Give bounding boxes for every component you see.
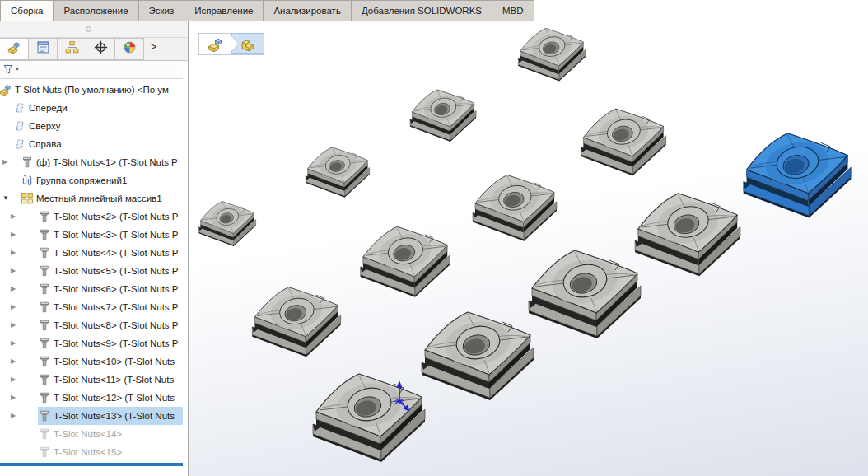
assembly-breadcrumb[interactable] — [199, 34, 232, 54]
tree-item-label: T-Slot Nuts<6> (T-Slot Nuts P — [54, 284, 178, 294]
tree-item-label: T-Slot Nuts<4> (T-Slot Nuts P — [54, 248, 178, 258]
propertymanager-tab[interactable] — [29, 38, 58, 60]
expand-arrow-icon[interactable]: ▶ — [11, 376, 16, 383]
ribbon-tab-сборка[interactable]: Сборка — [0, 0, 54, 21]
tree-item-label: T-Slot Nuts<11> (T-Slot Nuts — [54, 375, 174, 385]
expand-arrow-icon[interactable]: ▶ — [11, 303, 16, 310]
ribbon-tab-исправление[interactable]: Исправление — [184, 0, 264, 21]
tree-item-t-slot[interactable]: T-Slot Nuts<15> — [0, 443, 188, 461]
expand-arrow-icon[interactable]: ▶ — [11, 285, 16, 292]
tree-item-label: T-Slot Nuts<3> (T-Slot Nuts P — [54, 230, 178, 240]
tree-item-спереди[interactable]: Спереди — [0, 99, 188, 117]
featuremanager-panel: > ▾ T-Slot Nuts (По умолчанию) <По умСпе… — [0, 38, 188, 476]
dimxpertmanager-tab[interactable] — [86, 38, 115, 60]
tree-item-t-slot[interactable]: ▶T-Slot Nuts<4> (T-Slot Nuts P — [0, 244, 188, 262]
chevron-down-icon[interactable]: ▾ — [16, 65, 19, 72]
ribbon-tab-mbd[interactable]: MBD — [492, 0, 534, 21]
screw-icon — [38, 319, 54, 332]
expand-arrow-icon[interactable]: ▶ — [11, 267, 16, 274]
tree-item-label: T-Slot Nuts<15> — [54, 447, 122, 457]
tree-item-t-slot[interactable]: ▶T-Slot Nuts<10> (T-Slot Nuts — [0, 352, 188, 371]
tree-item-группа[interactable]: Группа сопряжений1 — [0, 171, 188, 189]
selection-breadcrumb — [198, 33, 264, 55]
tree-item-местный[interactable]: ▼Местный линейный массив1 — [0, 189, 188, 208]
plane-icon — [13, 138, 29, 151]
expand-arrow-icon[interactable]: ▶ — [11, 357, 16, 365]
tree-item-t-slot[interactable]: ▶T-Slot Nuts<6> (T-Slot Nuts P — [0, 280, 188, 298]
model-tslot-nut[interactable] — [529, 250, 641, 338]
screw-icon — [38, 210, 54, 223]
tree-item-t-slot[interactable]: ▶T-Slot Nuts<7> (T-Slot Nuts P — [0, 298, 188, 316]
dimxpert-icon — [94, 40, 108, 58]
tree-item-t-slot[interactable]: ▶T-Slot Nuts<12> (T-Slot Nuts — [0, 389, 188, 407]
ribbon-tab-эскиз[interactable]: Эскиз — [139, 0, 185, 21]
model-tslot-nut[interactable] — [635, 194, 740, 277]
tree-item-label: T-Slot Nuts<5> (T-Slot Nuts P — [54, 266, 178, 276]
model-tslot-nut[interactable] — [581, 109, 665, 175]
screw-icon — [38, 355, 54, 368]
expand-arrow-icon[interactable]: ▶ — [11, 249, 16, 256]
model-tslot-nut[interactable] — [361, 226, 450, 297]
expand-arrow-icon[interactable]: ▶ — [11, 321, 16, 329]
screw-icon — [38, 373, 54, 386]
featuremanager-tab[interactable] — [0, 38, 29, 60]
model-tslot-nut[interactable] — [313, 374, 425, 462]
tree-item-label: Местный линейный массив1 — [36, 194, 162, 203]
ribbon-tab-анализировать[interactable]: Анализировать — [264, 0, 351, 21]
tree-item-t-slot[interactable]: ▶T-Slot Nuts<3> (T-Slot Nuts P — [0, 226, 188, 244]
screw-icon — [38, 337, 54, 350]
pattern-icon — [21, 192, 36, 205]
screw-icon — [38, 246, 54, 259]
tree-item-t-slot[interactable]: ▶T-Slot Nuts<9> (T-Slot Nuts P — [0, 334, 188, 352]
model-tslot-nut[interactable] — [422, 312, 534, 400]
screw-icon — [38, 409, 54, 422]
model-tslot-nut[interactable] — [252, 287, 340, 357]
model-tslot-nut[interactable] — [410, 90, 476, 142]
screw-icon — [21, 156, 36, 169]
panel-tabs-overflow-button[interactable]: > — [151, 41, 156, 53]
displaymanager-tab[interactable] — [115, 38, 144, 60]
tree-item-t-slot[interactable]: ▶T-Slot Nuts<2> (T-Slot Nuts P — [0, 208, 188, 226]
tree-item-t-slot[interactable]: ▶T-Slot Nuts<11> (T-Slot Nuts — [0, 371, 188, 389]
tree-item-справа[interactable]: Справа — [0, 135, 188, 153]
rollback-bar[interactable] — [0, 463, 183, 466]
expand-arrow-icon[interactable]: ▶ — [11, 339, 16, 347]
plane-icon — [13, 101, 29, 114]
splitter-handle-dot[interactable] — [86, 26, 91, 32]
assembly-icon — [208, 36, 224, 53]
tree-item-t-slot[interactable]: T-Slot Nuts (По умолчанию) <По ум — [0, 81, 188, 99]
expand-arrow-icon[interactable]: ▶ — [11, 412, 16, 419]
screw-icon — [38, 282, 54, 296]
configurationmanager-tab[interactable] — [58, 38, 86, 60]
ribbon-tab-расположение[interactable]: Расположение — [54, 0, 138, 21]
tree-item-сверху[interactable]: Сверху — [0, 117, 188, 135]
screw-icon — [38, 427, 54, 441]
collapse-arrow-icon[interactable]: ▼ — [2, 194, 9, 202]
ribbon-tab-добавления-solidworks[interactable]: Добавления SOLIDWORKS — [352, 0, 492, 21]
tree-item-label: T-Slot Nuts<7> (T-Slot Nuts P — [54, 302, 178, 312]
model-tslot-nut[interactable] — [306, 147, 370, 198]
tree-item-ф[interactable]: ▶(ф) T-Slot Nuts<1> (T-Slot Nuts P — [0, 153, 188, 171]
tree-item-label: T-Slot Nuts<2> (T-Slot Nuts P — [54, 212, 178, 222]
model-tslot-nut[interactable] — [518, 28, 586, 81]
expand-arrow-icon[interactable]: ▶ — [11, 231, 16, 238]
screw-icon — [38, 228, 54, 241]
expand-arrow-icon[interactable]: ▶ — [2, 158, 7, 166]
graphics-viewport[interactable] — [189, 21, 868, 476]
model-tslot-nut[interactable] — [473, 175, 557, 241]
model-scene — [189, 21, 868, 476]
tree-item-t-slot[interactable]: ▶T-Slot Nuts<5> (T-Slot Nuts P — [0, 262, 188, 280]
tree-item-t-slot[interactable]: ▶T-Slot Nuts<13> (T-Slot Nuts — [0, 407, 188, 425]
expand-arrow-icon[interactable]: ▶ — [11, 394, 16, 401]
expand-arrow-icon[interactable]: ▶ — [11, 212, 16, 220]
screw-icon — [38, 301, 54, 314]
plane-icon — [13, 119, 29, 133]
tree-filter-bar[interactable]: ▾ — [0, 61, 183, 79]
tree-item-t-slot[interactable]: ▶T-Slot Nuts<8> (T-Slot Nuts P — [0, 316, 188, 334]
tree-item-t-slot[interactable]: T-Slot Nuts<14> — [0, 425, 188, 443]
model-tslot-nut[interactable] — [198, 202, 255, 247]
model-tslot-nut-selected[interactable] — [744, 133, 852, 218]
screw-icon — [38, 264, 54, 278]
breadcrumb-chevron-icon — [231, 35, 238, 52]
tree-item-label: Сверху — [29, 121, 60, 131]
